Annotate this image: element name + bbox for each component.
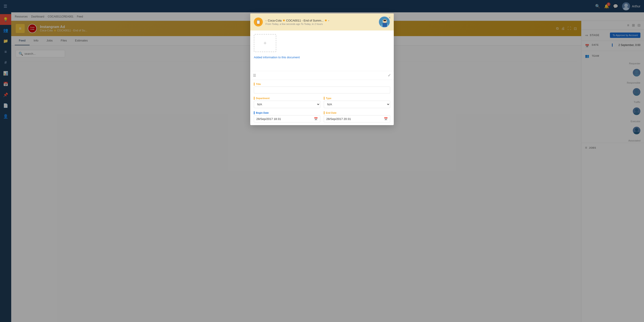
- department-label: Department: [254, 97, 320, 100]
- popup-brand: Coca-Cola: [268, 19, 282, 22]
- popup-dot2: [325, 20, 327, 21]
- popup-time: From Today, a few seconds ago To Today, …: [266, 23, 376, 25]
- image-upload-box[interactable]: +: [254, 34, 276, 52]
- department-select[interactable]: N/A Marketing Sales Design: [254, 101, 320, 108]
- popup-to-time: Today, in 2 hours: [304, 23, 323, 25]
- svg-rect-15: [384, 20, 386, 21]
- upload-plus-icon: +: [264, 40, 266, 46]
- type-label-bar: [324, 97, 324, 100]
- title-input[interactable]: [254, 86, 390, 94]
- popup-header-info: - Coca-Cola COCA0011 - End of Summ... - …: [266, 19, 376, 25]
- title-label: Title: [254, 82, 390, 86]
- end-date-input[interactable]: 28/Sep/2017 20:31 📅: [324, 115, 390, 122]
- popup-dash-after: -: [328, 19, 329, 22]
- document-text: document: [287, 56, 300, 59]
- this-link[interactable]: this: [282, 56, 286, 59]
- end-date-label-bar: [324, 111, 324, 114]
- begin-date-label: Begin Date: [254, 111, 320, 114]
- date-fields-row: Begin Date 28/Sep/2017 18:31 📅 End Date …: [254, 111, 390, 122]
- end-date-calendar-icon[interactable]: 📅: [384, 117, 388, 121]
- form-confirm-button[interactable]: ✓: [388, 73, 391, 78]
- popup-close-button[interactable]: ×: [388, 16, 390, 20]
- begin-date-label-bar: [254, 111, 254, 114]
- popup-dash-before: -: [266, 19, 266, 22]
- department-field-group: Department N/A Marketing Sales Design: [254, 97, 320, 108]
- begin-date-calendar-icon[interactable]: 📅: [314, 117, 318, 121]
- title-field-group: Title: [254, 82, 390, 94]
- dept-label-bar: [254, 97, 254, 100]
- popup-header: 📋 - Coca-Cola COCA0011 - End of Summ... …: [250, 14, 394, 30]
- popup-body: + Added information to this document: [250, 30, 394, 71]
- form-toolbar: ☰ ✓: [250, 71, 394, 80]
- popup-title: - Coca-Cola COCA0011 - End of Summ... -: [266, 19, 376, 22]
- form-fields: Title Department N/A Marketing Sales Des…: [250, 80, 394, 125]
- type-label: Type: [324, 97, 390, 100]
- activity-icon: 📋: [254, 18, 263, 26]
- end-date-field-group: End Date 28/Sep/2017 20:31 📅: [324, 111, 390, 122]
- form-toolbar-icon[interactable]: ☰: [253, 73, 256, 78]
- begin-date-input[interactable]: 28/Sep/2017 18:31 📅: [254, 115, 320, 122]
- begin-date-field-group: Begin Date 28/Sep/2017 18:31 📅: [254, 111, 320, 122]
- activity-popup: 📋 - Coca-Cola COCA0011 - End of Summ... …: [250, 14, 394, 125]
- begin-date-value: 28/Sep/2017 18:31: [256, 117, 281, 121]
- title-label-bar: [254, 82, 254, 86]
- type-field-group: Type N/A Meeting Call Email: [324, 97, 390, 108]
- svg-rect-13: [382, 23, 387, 27]
- dept-type-row: Department N/A Marketing Sales Design Ty…: [254, 97, 390, 108]
- popup-project: COCA0011 - End of Summ...: [286, 19, 324, 22]
- popup-from-time: Today, a few seconds ago: [272, 23, 300, 25]
- activity-form: ☰ ✓ Title Department: [250, 71, 394, 125]
- type-select[interactable]: N/A Meeting Call Email: [324, 101, 390, 108]
- added-info-text: Added information to this document: [254, 56, 390, 59]
- end-date-label: End Date: [324, 111, 390, 114]
- popup-from-label: From: [266, 23, 271, 25]
- popup-dot1: [283, 20, 285, 21]
- popup-to-label: To: [301, 23, 304, 25]
- end-date-value: 28/Sep/2017 20:31: [326, 117, 351, 121]
